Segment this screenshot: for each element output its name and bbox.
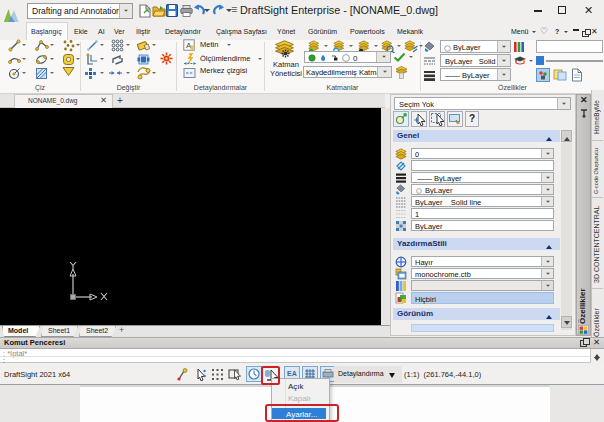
svg-text:0: 0 [353,54,358,62]
